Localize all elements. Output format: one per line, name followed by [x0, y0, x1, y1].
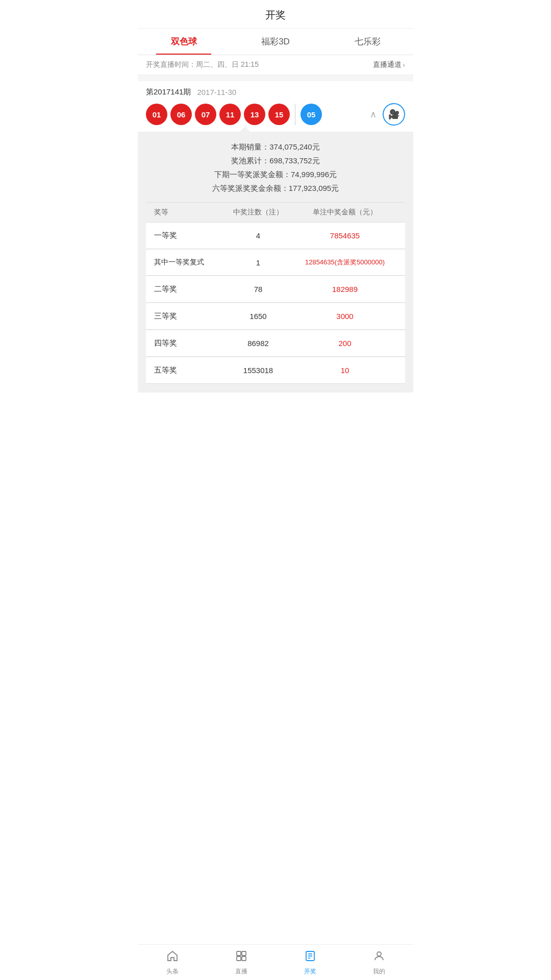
- prize-amount: 12854635(含派奖5000000): [293, 258, 397, 267]
- table-row: 三等奖 1650 3000: [146, 303, 405, 330]
- red-ball-4: 11: [219, 104, 241, 125]
- prize-count: 86982: [223, 339, 293, 348]
- header-amount: 单注中奖金额（元）: [293, 208, 397, 217]
- prize-amount: 7854635: [293, 231, 397, 240]
- table-row: 五等奖 1553018 10: [146, 357, 405, 384]
- prize-amount: 182989: [293, 285, 397, 293]
- table-row: 四等奖 86982 200: [146, 330, 405, 357]
- summary-line3: 下期一等奖派奖金额：74,999,996元: [146, 167, 405, 181]
- red-ball-3: 07: [195, 104, 216, 125]
- prize-count: 1650: [223, 312, 293, 321]
- red-ball-5: 13: [244, 104, 265, 125]
- header-prize: 奖等: [154, 208, 223, 217]
- video-camera-icon: 🎥: [388, 109, 399, 120]
- broadcast-time: 开奖直播时间：周二、四、日 21:15: [146, 60, 259, 69]
- tab-bar: 双色球 福彩3D 七乐彩: [138, 29, 413, 55]
- ball-controls: ∧ 🎥: [370, 103, 405, 126]
- blue-ball-1: 05: [300, 104, 322, 125]
- table-header: 奖等 中奖注数（注） 单注中奖金额（元）: [146, 202, 405, 223]
- page-title: 开奖: [138, 0, 413, 29]
- summary-text: 本期销量：374,075,240元 奖池累计：698,733,752元 下期一等…: [146, 140, 405, 195]
- summary-line1: 本期销量：374,075,240元: [146, 140, 405, 154]
- summary-line4: 六等奖派奖奖金余额：177,923,095元: [146, 181, 405, 195]
- balls-container: 01 06 07 11 13 15 05 ∧ 🎥: [138, 100, 413, 132]
- tab-qilecai[interactable]: 七乐彩: [321, 29, 413, 55]
- red-ball-2: 06: [170, 104, 192, 125]
- tab-shuangseqiu[interactable]: 双色球: [138, 29, 230, 55]
- balls-divider: [295, 104, 295, 125]
- prize-name: 二等奖: [154, 284, 223, 294]
- summary-line2: 奖池累计：698,733,752元: [146, 154, 405, 167]
- blue-balls: 05: [300, 104, 322, 125]
- prize-table: 奖等 中奖注数（注） 单注中奖金额（元） 一等奖 4 7854635 其中一等奖…: [146, 202, 405, 384]
- header-title-text: 开奖: [265, 9, 286, 20]
- prize-count: 78: [223, 285, 293, 293]
- prize-amount: 3000: [293, 312, 397, 321]
- video-button[interactable]: 🎥: [383, 103, 405, 126]
- header-count: 中奖注数（注）: [223, 208, 293, 217]
- detail-panel: 本期销量：374,075,240元 奖池累计：698,733,752元 下期一等…: [138, 132, 413, 393]
- prize-name: 五等奖: [154, 365, 223, 375]
- issue-row: 第2017141期 2017-11-30: [138, 81, 413, 100]
- prize-name: 其中一等奖复式: [154, 258, 223, 267]
- prize-name: 四等奖: [154, 338, 223, 348]
- table-row: 其中一等奖复式 1 12854635(含派奖5000000): [146, 250, 405, 276]
- table-row: 一等奖 4 7854635: [146, 223, 405, 249]
- tab-fucai3d[interactable]: 福彩3D: [230, 29, 321, 55]
- collapse-icon[interactable]: ∧: [370, 109, 377, 120]
- red-ball-1: 01: [146, 104, 167, 125]
- broadcast-bar: 开奖直播时间：周二、四、日 21:15 直播通道 ›: [138, 55, 413, 75]
- prize-name: 三等奖: [154, 311, 223, 321]
- prize-count: 1553018: [223, 366, 293, 375]
- prize-name: 一等奖: [154, 231, 223, 240]
- table-row: 二等奖 78 182989: [146, 276, 405, 303]
- issue-number: 第2017141期: [146, 87, 191, 97]
- issue-date: 2017-11-30: [197, 88, 236, 96]
- prize-count: 4: [223, 231, 293, 240]
- prize-amount: 10: [293, 366, 397, 375]
- chevron-right-icon: ›: [403, 61, 405, 69]
- prize-amount: 200: [293, 339, 397, 348]
- broadcast-link[interactable]: 直播通道 ›: [373, 60, 405, 69]
- prize-count: 1: [223, 258, 293, 267]
- red-balls: 01 06 07 11 13 15: [146, 104, 290, 125]
- red-ball-6: 15: [268, 104, 290, 125]
